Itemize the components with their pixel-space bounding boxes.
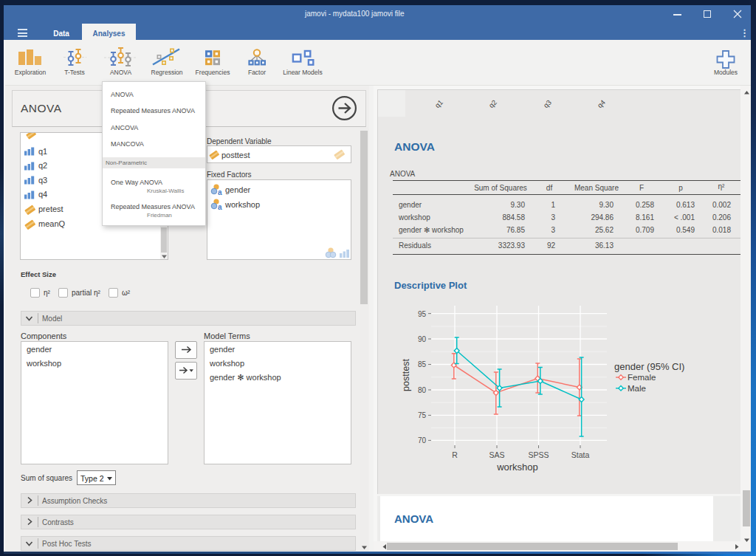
svg-text:Stata: Stata [571,450,590,459]
svg-text:75: 75 [418,411,427,419]
svg-text:R: R [452,450,458,459]
svg-text:workshop: workshop [496,461,538,473]
svg-text:a: a [218,188,222,196]
svg-text:95: 95 [418,310,427,318]
svg-text:70: 70 [418,436,427,445]
svg-text:posttest: posttest [401,359,411,391]
svg-text:a: a [218,203,222,211]
svg-text:SAS: SAS [489,450,504,459]
svg-text:80: 80 [418,386,427,394]
svg-text:Female: Female [628,373,656,382]
svg-text:Male: Male [628,384,646,393]
svg-text:85: 85 [418,360,427,368]
svg-text:SPSS: SPSS [528,450,549,459]
svg-text:90: 90 [418,335,427,343]
svg-text:gender (95% CI): gender (95% CI) [614,361,684,372]
